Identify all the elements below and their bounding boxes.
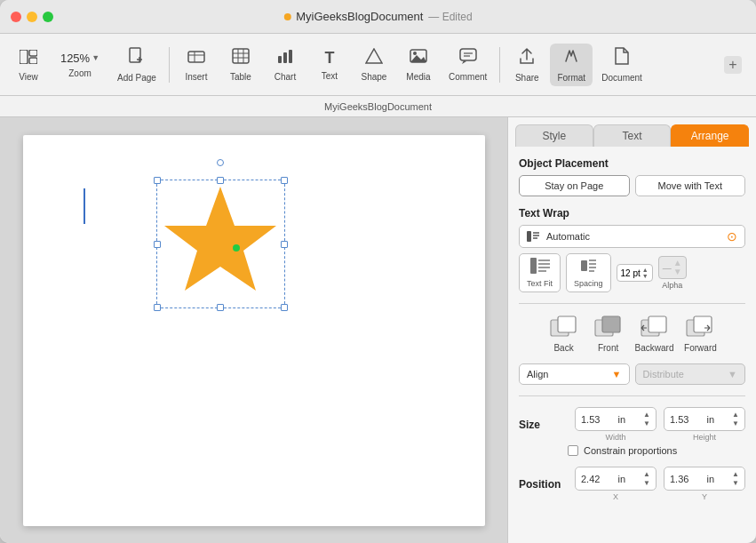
divider-2 <box>519 395 745 396</box>
move-with-text-button[interactable]: Move with Text <box>635 175 746 196</box>
spacing-up[interactable]: ▲ <box>642 267 649 273</box>
stay-on-page-button[interactable]: Stay on Page <box>519 175 630 196</box>
align-distribute-row: Align ▼ Distribute ▼ <box>519 363 745 385</box>
tab-arrange[interactable]: Arrange <box>671 124 749 147</box>
svg-rect-16 <box>289 50 292 63</box>
rotation-handle[interactable] <box>217 159 224 166</box>
svg-rect-6 <box>188 52 204 62</box>
height-value: 1.53 <box>670 414 688 425</box>
height-input[interactable]: 1.53 in ▲ ▼ <box>664 407 745 431</box>
alpha-arrows[interactable]: ▲ ▼ <box>673 259 682 276</box>
spacing-label: Spacing <box>574 279 603 288</box>
y-up[interactable]: ▲ <box>732 470 739 479</box>
y-arrows[interactable]: ▲ ▼ <box>732 470 739 487</box>
width-up[interactable]: ▲ <box>643 411 650 419</box>
toolbar-zoom[interactable]: 125% ▼ Zoom <box>52 48 108 82</box>
backward-button[interactable]: Backward <box>635 315 674 353</box>
star-object[interactable] <box>156 180 285 308</box>
text-icon: T <box>324 49 334 68</box>
align-select[interactable]: Align ▼ <box>519 363 630 385</box>
alpha-down[interactable]: ▼ <box>673 268 682 276</box>
canvas-area[interactable] <box>0 117 507 543</box>
toolbar-format[interactable]: Format <box>550 44 593 86</box>
wrap-mode-select[interactable]: Automatic ⊙ <box>519 225 745 248</box>
toolbar-media[interactable]: Media <box>397 44 440 85</box>
wrap-mode-row: Automatic ⊙ <box>519 225 745 248</box>
x-down[interactable]: ▼ <box>643 479 650 488</box>
close-button[interactable] <box>11 12 21 22</box>
text-wrap-title: Text Wrap <box>519 207 745 220</box>
constrain-checkbox[interactable] <box>568 445 578 456</box>
toolbar-insert[interactable]: Insert <box>175 44 218 85</box>
document-icon <box>614 47 630 69</box>
minimize-button[interactable] <box>27 12 37 22</box>
spacing-button[interactable]: Spacing <box>566 253 611 292</box>
toolbar-view[interactable]: View <box>7 44 50 85</box>
toolbar-comment[interactable]: Comment <box>442 44 494 85</box>
spacing-value: 12 pt <box>621 268 641 278</box>
add-tab-button[interactable]: + <box>724 56 742 74</box>
media-icon <box>410 48 427 68</box>
distribute-select[interactable]: Distribute ▼ <box>635 363 746 385</box>
tab-text[interactable]: Text <box>593 124 672 147</box>
front-icon <box>593 315 625 339</box>
title-dot <box>283 13 290 20</box>
spacing-input[interactable]: 12 pt ▲ ▼ <box>617 264 653 282</box>
y-down[interactable]: ▼ <box>732 479 739 488</box>
fullscreen-button[interactable] <box>43 12 53 22</box>
position-inputs: 2.42 in ▲ ▼ X <box>575 467 745 501</box>
toolbar-shape[interactable]: Shape <box>353 44 395 85</box>
alpha-label: Alpha <box>662 281 682 290</box>
wrap-icons-row: Text Fit Spacing 12 pt <box>519 253 745 292</box>
view-label: View <box>19 72 38 82</box>
spacing-input-group: 12 pt ▲ ▼ <box>617 264 653 282</box>
size-inputs: 1.53 in ▲ ▼ Width <box>575 407 745 442</box>
spacing-arrows[interactable]: ▲ ▼ <box>642 267 649 279</box>
x-label: X <box>613 492 618 501</box>
panel-content: Object Placement Stay on Page Move with … <box>508 147 756 512</box>
toolbar-text[interactable]: T Text <box>308 45 351 84</box>
front-button[interactable]: Front <box>591 315 626 353</box>
position-section: Position 2.42 in ▲ ▼ <box>519 467 745 501</box>
back-button[interactable]: Back <box>546 315 582 353</box>
height-arrows[interactable]: ▲ ▼ <box>732 411 739 427</box>
y-label: Y <box>702 492 707 501</box>
toolbar-chart[interactable]: Chart <box>264 44 306 85</box>
text-fit-button[interactable]: Text Fit <box>519 253 561 292</box>
width-down[interactable]: ▼ <box>643 419 650 428</box>
comment-icon <box>459 48 477 68</box>
toolbar-document[interactable]: Document <box>594 44 649 86</box>
toolbar-sep-2 <box>499 47 500 83</box>
shape-icon <box>365 48 383 68</box>
svg-rect-47 <box>694 316 712 332</box>
width-arrows[interactable]: ▲ ▼ <box>643 411 650 427</box>
x-input[interactable]: 2.42 in ▲ ▼ <box>575 467 657 491</box>
placement-buttons: Stay on Page Move with Text <box>519 175 745 196</box>
height-label: Height <box>693 433 716 442</box>
y-input[interactable]: 1.36 in ▲ ▼ <box>664 467 745 491</box>
traffic-lights <box>11 12 53 22</box>
width-group: 1.53 in ▲ ▼ Width <box>575 407 657 442</box>
alpha-input[interactable]: — ▲ ▼ <box>658 256 687 279</box>
alpha-value: — <box>663 263 672 273</box>
share-label: Share <box>515 73 539 83</box>
forward-button[interactable]: Forward <box>682 315 718 353</box>
width-label: Width <box>605 433 625 442</box>
text-fit-label: Text Fit <box>527 279 553 288</box>
align-arrow: ▼ <box>612 369 622 379</box>
height-up[interactable]: ▲ <box>732 411 739 419</box>
x-up[interactable]: ▲ <box>643 470 650 479</box>
toolbar-share[interactable]: Share <box>505 44 548 86</box>
x-arrows[interactable]: ▲ ▼ <box>643 470 650 487</box>
svg-marker-20 <box>410 55 426 62</box>
toolbar-table[interactable]: Table <box>219 44 262 85</box>
backward-label: Backward <box>635 343 674 353</box>
toolbar-add-page[interactable]: Add Page <box>110 44 163 86</box>
tab-style[interactable]: Style <box>515 124 593 147</box>
table-icon <box>232 48 250 68</box>
width-input[interactable]: 1.53 in ▲ ▼ <box>575 407 657 431</box>
height-down[interactable]: ▼ <box>732 419 739 428</box>
svg-rect-0 <box>20 50 28 64</box>
y-unit: in <box>706 474 714 484</box>
spacing-down[interactable]: ▼ <box>642 273 649 279</box>
